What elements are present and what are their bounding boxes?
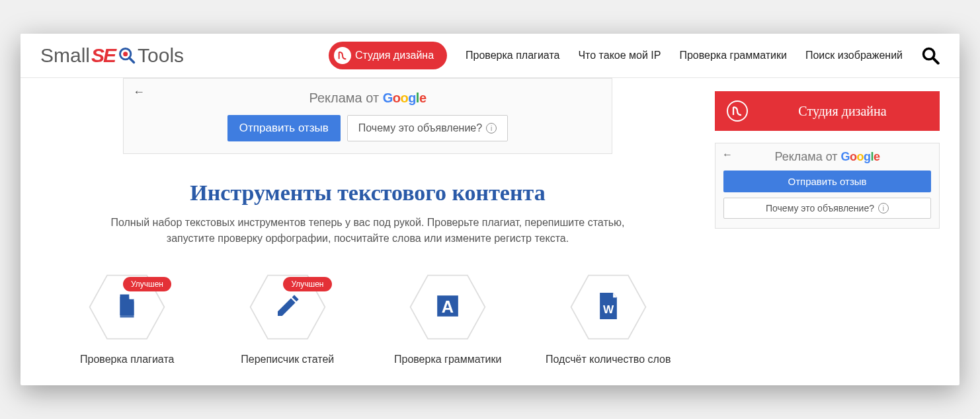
body: ← Реклама от Google Отправить отзыв Поче… [20, 78, 960, 385]
improved-badge: Улучшен [283, 277, 331, 291]
nav-link-image-search[interactable]: Поиск изображений [805, 50, 903, 61]
main-column: ← Реклама от Google Отправить отзыв Поче… [40, 78, 695, 365]
magnifier-icon [116, 45, 138, 66]
why-ad-label: Почему это объявление? [358, 122, 482, 134]
header: Small SE Tools Студия дизайна Проверка п… [20, 34, 960, 78]
tool-hexagon: W [569, 273, 648, 342]
send-feedback-button[interactable]: Отправить отзыв [723, 171, 931, 192]
logo-text-small: Small [40, 44, 90, 67]
svg-line-4 [933, 58, 938, 63]
info-icon: i [878, 203, 889, 213]
sidebar: Студия дизайна ← Реклама от Google Отпра… [715, 78, 940, 365]
main-nav: Студия дизайна Проверка плагиата Что так… [329, 42, 940, 69]
logo-text-tools: Tools [138, 44, 184, 67]
ad-feedback-box: ← Реклама от Google Отправить отзыв Поче… [123, 78, 612, 154]
pencil-icon [274, 293, 301, 322]
ad-attribution: Реклама от Google [723, 150, 931, 164]
letter-a-icon: A [435, 293, 460, 321]
nav-link-grammar[interactable]: Проверка грамматики [679, 50, 787, 61]
svg-text:A: A [442, 297, 454, 316]
site-logo[interactable]: Small SE Tools [40, 44, 184, 67]
word-file-icon: W [596, 293, 620, 322]
tool-word-counter[interactable]: W Подсчёт количество слов [535, 273, 682, 365]
svg-line-1 [130, 58, 134, 63]
info-icon: i [486, 123, 497, 133]
design-studio-icon [727, 100, 748, 122]
tool-label: Проверка грамматики [374, 354, 522, 365]
documents-icon [113, 292, 141, 323]
nav-link-plagiarism[interactable]: Проверка плагиата [466, 50, 559, 61]
logo-text-seo: SE [91, 44, 115, 67]
tool-grammar-checker[interactable]: A Проверка грамматики [374, 273, 522, 365]
back-arrow-icon[interactable]: ← [722, 149, 733, 161]
google-logo-text: Google [841, 150, 880, 163]
why-ad-label: Почему это объявление? [766, 203, 874, 213]
sidebar-design-studio-banner[interactable]: Студия дизайна [715, 91, 940, 131]
ad-buttons: Отправить отзыв Почему это объявление? i [137, 115, 598, 141]
tool-plagiarism-checker[interactable]: Улучшен Проверка плагиата [54, 273, 201, 365]
app-window: Small SE Tools Студия дизайна Проверка п… [20, 34, 960, 385]
design-studio-icon [334, 47, 351, 64]
svg-point-2 [123, 52, 128, 56]
section-title: Инструменты текстового контента [40, 180, 695, 206]
back-arrow-icon[interactable]: ← [133, 85, 145, 99]
ad-prefix: Реклама от [309, 91, 382, 105]
nav-pill-label: Студия дизайна [355, 50, 434, 61]
sidebar-banner-label: Студия дизайна [757, 104, 928, 119]
tool-article-rewriter[interactable]: Улучшен Переписчик статей [214, 273, 362, 365]
tool-grid: Улучшен Проверка плагиата Улучшен [40, 273, 695, 365]
improved-badge: Улучшен [123, 277, 171, 291]
sidebar-ad-feedback-box: ← Реклама от Google Отправить отзыв Поче… [715, 143, 940, 229]
tool-hexagon: A [408, 273, 487, 342]
send-feedback-button[interactable]: Отправить отзыв [227, 115, 341, 141]
nav-design-studio-pill[interactable]: Студия дизайна [329, 42, 447, 69]
tool-label: Подсчёт количество слов [535, 354, 682, 365]
why-this-ad-button[interactable]: Почему это объявление? i [347, 115, 508, 141]
section-description: Полный набор текстовых инструментов тепе… [97, 215, 639, 247]
ad-attribution: Реклама от Google [137, 91, 598, 106]
search-icon[interactable] [921, 46, 940, 65]
tool-label: Переписчик статей [214, 354, 362, 365]
nav-link-myip[interactable]: Что такое мой IP [578, 50, 661, 61]
svg-text:W: W [603, 303, 614, 316]
google-logo-text: Google [383, 91, 427, 105]
tool-label: Проверка плагиата [54, 354, 201, 365]
why-this-ad-button[interactable]: Почему это объявление? i [723, 198, 931, 219]
ad-prefix: Реклама от [774, 150, 840, 163]
